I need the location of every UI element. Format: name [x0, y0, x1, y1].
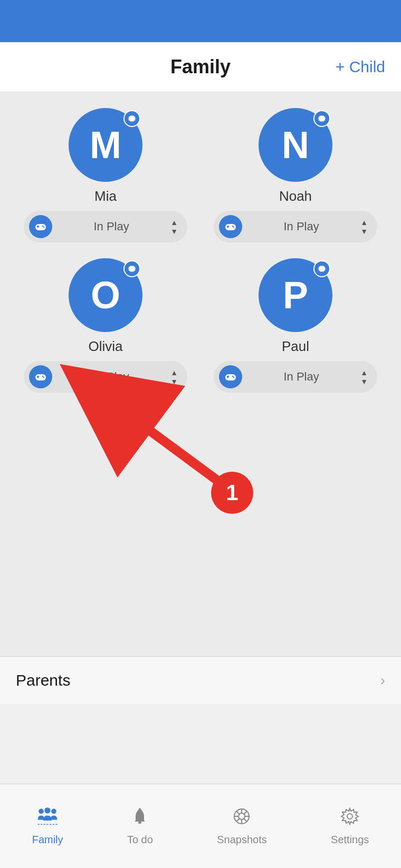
status-arrows-paul: ▲ ▼ [360, 368, 368, 386]
gamepad-icon-olivia [29, 365, 52, 388]
svg-point-10 [232, 226, 233, 227]
child-card-noah[interactable]: N Noah [206, 108, 385, 242]
bell-icon [130, 807, 149, 831]
svg-rect-9 [227, 226, 228, 228]
status-arrows-olivia: ▲ ▼ [170, 368, 178, 386]
svg-rect-30 [138, 822, 141, 824]
status-arrows-noah: ▲ ▼ [360, 218, 368, 236]
status-pill-mia[interactable]: In Play ▲ ▼ [24, 211, 187, 242]
avatar-letter-paul: P [283, 276, 308, 314]
svg-point-17 [43, 377, 44, 378]
nav-label-todo: To do [127, 834, 153, 846]
nav-item-family[interactable]: Family [32, 807, 63, 846]
avatar-letter-olivia: O [91, 276, 120, 314]
svg-line-38 [236, 811, 240, 814]
nav-item-settings[interactable]: Settings [331, 807, 369, 846]
svg-line-40 [244, 811, 247, 814]
nav-item-todo[interactable]: To do [127, 807, 153, 846]
gamepad-icon-noah [219, 215, 242, 238]
header: Family + Child [0, 42, 401, 92]
svg-point-42 [347, 814, 352, 819]
nav-label-snapshots: Snapshots [217, 834, 267, 846]
status-pill-noah[interactable]: In Play ▲ ▼ [214, 211, 377, 242]
child-name-noah: Noah [279, 188, 312, 204]
nav-label-family: Family [32, 834, 63, 846]
children-grid: M Mia [16, 108, 385, 403]
camera-aperture-icon [232, 807, 251, 831]
status-pill-paul[interactable]: In Play ▲ ▼ [214, 361, 377, 393]
parents-chevron: › [380, 672, 385, 689]
child-card-paul[interactable]: P Paul [206, 258, 385, 393]
spacer [0, 403, 401, 656]
family-icon [37, 807, 58, 831]
avatar-wrapper-noah: N [259, 108, 332, 182]
svg-rect-3 [37, 226, 39, 228]
svg-point-11 [233, 227, 234, 228]
svg-point-28 [51, 808, 56, 814]
svg-point-27 [45, 807, 51, 813]
badge-number: 1 [226, 480, 238, 505]
nav-label-settings: Settings [331, 834, 369, 846]
avatar-wrapper-mia: M [69, 108, 142, 182]
svg-point-23 [233, 377, 234, 378]
status-bar [0, 0, 401, 42]
svg-rect-15 [37, 376, 39, 378]
status-arrows-mia: ▲ ▼ [170, 218, 178, 236]
gamepad-icon-mia [29, 215, 52, 238]
status-text-noah: In Play [247, 220, 355, 233]
avatar-letter-mia: M [90, 126, 121, 164]
svg-point-31 [139, 808, 141, 811]
svg-rect-21 [227, 376, 228, 378]
svg-point-4 [42, 226, 43, 227]
parents-section[interactable]: Parents › [0, 656, 401, 704]
bottom-nav: Family To do [0, 784, 401, 868]
annotation-badge: 1 [211, 472, 253, 514]
avatar-wrapper-paul: P [259, 258, 332, 332]
settings-gear-icon [340, 807, 359, 831]
main-content: M Mia [0, 92, 401, 403]
gear-badge-noah[interactable] [313, 110, 330, 127]
avatar-wrapper-olivia: O [69, 258, 142, 332]
status-text-paul: In Play [247, 370, 355, 384]
svg-point-5 [43, 227, 44, 228]
child-card-mia[interactable]: M Mia [16, 108, 195, 242]
gear-badge-paul[interactable] [313, 260, 330, 277]
status-text-mia: In Play [58, 220, 165, 233]
child-name-paul: Paul [282, 338, 309, 355]
gamepad-icon-paul [219, 365, 242, 388]
svg-line-39 [244, 818, 247, 822]
nav-item-snapshots[interactable]: Snapshots [217, 807, 267, 846]
svg-point-16 [42, 376, 43, 377]
gear-badge-mia[interactable] [123, 110, 140, 127]
page-title: Family [170, 56, 231, 78]
child-name-mia: Mia [94, 188, 117, 204]
child-card-olivia[interactable]: O Olivia [16, 258, 195, 393]
child-name-olivia: Olivia [88, 338, 122, 355]
svg-point-22 [232, 376, 233, 377]
add-child-button[interactable]: + Child [336, 58, 385, 76]
parents-label: Parents [16, 671, 70, 689]
svg-point-26 [39, 808, 44, 814]
gear-badge-olivia[interactable] [123, 260, 140, 277]
status-text-olivia: In Play [58, 370, 165, 384]
svg-line-41 [236, 818, 240, 822]
status-pill-olivia[interactable]: In Play ▲ ▼ [24, 361, 187, 393]
avatar-letter-noah: N [282, 126, 309, 164]
